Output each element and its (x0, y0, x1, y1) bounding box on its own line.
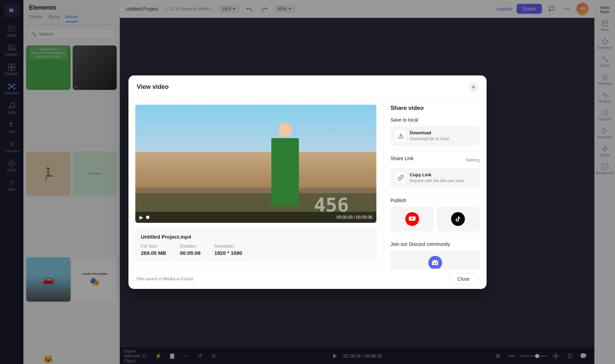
duration-value: 00:05:08 (180, 250, 200, 256)
close-button[interactable]: Close (449, 273, 478, 285)
publish-title: Publish (390, 198, 480, 203)
copy-link-text: Copy Link Anyone with the link can view (410, 172, 464, 184)
modal-header: View video ✕ (128, 75, 487, 98)
share-title: Share video (390, 105, 480, 112)
modal-footer: File saved in Media.io Cloud. Close (128, 269, 487, 289)
modal-body: 456 ▶ 00:00:00 / 00:05:08 (128, 98, 487, 269)
video-ground (135, 152, 376, 187)
video-play-button[interactable]: ▶ (139, 215, 143, 220)
publish-grid (390, 207, 480, 231)
duration-label: Duration: (180, 244, 200, 249)
download-card[interactable]: Download Download file to local. (390, 126, 480, 146)
video-time: 00:00:00 / 00:05:08 (337, 215, 372, 220)
download-label: Download (410, 130, 450, 135)
share-link-title: Share Link (390, 156, 414, 161)
file-size-item: File Size: 269.05 MB (141, 244, 166, 256)
share-link-row: Share Link Setting (390, 156, 480, 165)
file-size-value: 269.05 MB (141, 250, 166, 256)
youtube-card[interactable] (390, 207, 434, 231)
resolution-value: 1920 * 1080 (214, 250, 242, 256)
video-time-current: 00:00:00 (337, 215, 353, 220)
discord-title: Join our Discord community (390, 241, 480, 247)
video-filename: Untitled Project.mp4 (141, 234, 371, 240)
tiktok-icon (451, 212, 465, 226)
video-controls: ▶ 00:00:00 / 00:05:08 (135, 212, 376, 223)
youtube-icon (405, 212, 419, 226)
resolution-label: Resolution: (214, 244, 242, 249)
video-time-total: 00:05:08 (356, 215, 372, 220)
video-background: 456 (135, 105, 376, 223)
discord-icon (428, 256, 442, 269)
video-player: 456 ▶ 00:00:00 / 00:05:08 (135, 105, 376, 223)
duration-item: Duration: 00:05:08 (180, 244, 200, 256)
share-divider-1 (390, 150, 480, 151)
save-to-local-title: Save to local (390, 117, 480, 123)
resolution-item: Resolution: 1920 * 1080 (214, 244, 242, 256)
download-text: Download Download file to local. (410, 130, 450, 142)
modal-title: View video (137, 83, 169, 91)
share-divider-3 (390, 236, 480, 237)
link-icon (395, 172, 406, 183)
file-size-label: File Size: (141, 244, 166, 249)
download-icon (395, 130, 406, 141)
modal-share-panel: Share video Save to local Download Downl… (383, 98, 487, 269)
setting-link[interactable]: Setting (466, 157, 480, 163)
discord-card[interactable] (390, 250, 480, 269)
view-video-modal: View video ✕ (128, 75, 487, 289)
saved-text: File saved in Media.io Cloud. (137, 276, 194, 281)
copy-link-card[interactable]: Copy Link Anyone with the link can view (390, 168, 480, 188)
video-meta: File Size: 269.05 MB Duration: 00:05:08 … (141, 244, 371, 256)
modal-overlay[interactable]: View video ✕ (0, 0, 615, 364)
download-sublabel: Download file to local. (410, 136, 450, 141)
video-dot[interactable] (146, 216, 149, 219)
modal-close-button[interactable]: ✕ (469, 82, 478, 92)
tiktok-card[interactable] (437, 207, 480, 231)
video-person-figure (268, 123, 302, 206)
copy-link-sublabel: Anyone with the link can view (410, 178, 464, 183)
video-sky (135, 105, 376, 158)
copy-link-label: Copy Link (410, 172, 464, 177)
modal-left: 456 ▶ 00:00:00 / 00:05:08 (128, 98, 383, 269)
video-info: Untitled Project.mp4 File Size: 269.05 M… (135, 228, 376, 262)
share-divider-2 (390, 193, 480, 193)
